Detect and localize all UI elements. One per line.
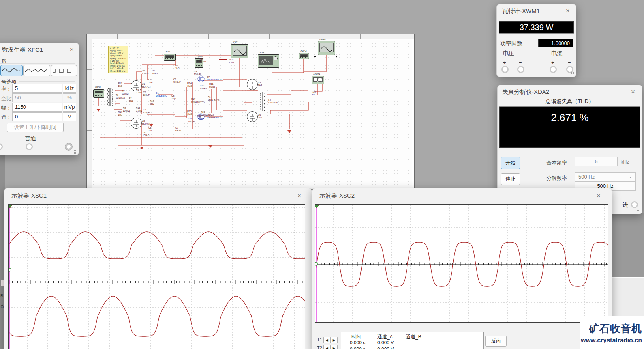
part-label-r1: R1 36kΩ: [152, 69, 158, 75]
t1-arrow-right-icon[interactable]: ▶: [330, 337, 338, 343]
watermark-box: 矿石收音机 www.crystalradio.cn: [580, 316, 644, 349]
stop-button[interactable]: 停止: [501, 173, 520, 185]
input-terminal-label: 进: [622, 201, 628, 209]
instrument-icon-xsa1[interactable]: [258, 54, 279, 68]
trace-start-marker: [9, 268, 11, 271]
close-icon[interactable]: ×: [563, 7, 572, 15]
transformer-symbol-t1[interactable]: [105, 86, 115, 108]
selection-rectangle[interactable]: [315, 39, 337, 57]
xwm1-titlebar[interactable]: 瓦特计-XWM1 ×: [497, 4, 576, 17]
cursor-t2-row: T2 ◀▶: [317, 345, 338, 349]
sheet-ruler-left: [87, 39, 92, 189]
current-minus-label: −: [568, 60, 571, 65]
close-icon[interactable]: ×: [295, 192, 304, 200]
wattmeter-window: 瓦特计-XWM1 × 37.339 W 功率因数： 1.00000 电压 电流 …: [496, 4, 576, 77]
instrument-icon-xda2[interactable]: [299, 53, 309, 59]
part-label-c2: C2 220µF: [143, 91, 150, 97]
plus-terminal[interactable]: [0, 143, 3, 150]
frequency-unit[interactable]: kHz: [63, 84, 76, 93]
close-icon[interactable]: ×: [629, 88, 637, 96]
part-label-r19: R19 100kΩ: [199, 58, 206, 63]
xsc2-screen: [315, 204, 608, 323]
triangle-wave-button[interactable]: [23, 65, 50, 76]
tube-symbol-u3[interactable]: [247, 79, 258, 90]
part-label-c10: C10 100µF: [188, 118, 195, 123]
instrument-icon-xda1[interactable]: [164, 54, 176, 61]
tube-symbol-u2[interactable]: [131, 118, 142, 129]
schematic-canvas[interactable]: V: 36.1 V V(p-p): 966 V V(rms): 332 V V(…: [92, 39, 412, 187]
part-label-r12: R12 1kΩ: [118, 82, 122, 88]
chevron-down-icon[interactable]: ⌄: [629, 174, 632, 179]
component-label-u2: U2 6SJ7GT: [142, 120, 150, 125]
t1-cha-value: 0.000 V: [377, 340, 394, 345]
amplitude-input[interactable]: 1150: [12, 103, 62, 112]
offset-unit[interactable]: V: [63, 112, 76, 121]
part-label-d1: D1 1N5383HG: [156, 92, 167, 97]
amplitude-unit[interactable]: mVp: [63, 103, 76, 112]
part-label-r23: R23 50kΩ: [209, 114, 215, 119]
resolution-freq-dropdown[interactable]: 500 Hz ⌄: [575, 172, 636, 182]
part-label-c9: C9 100µF: [194, 70, 201, 76]
part-label-r22: R22 8Ω: [312, 91, 316, 96]
vcc-symbol[interactable]: [219, 59, 227, 63]
resize-grip[interactable]: [73, 150, 77, 154]
part-label-r5: R5 150kΩ: [142, 69, 149, 75]
t2-arrow-right-icon[interactable]: ▶: [330, 345, 338, 349]
voltage-plus-terminal[interactable]: [501, 66, 509, 73]
minus-terminal[interactable]: [65, 143, 72, 150]
close-icon[interactable]: ×: [594, 192, 603, 200]
component-label-vcc: VCC 350V: [229, 58, 234, 64]
fundamental-freq-field[interactable]: 5: [575, 157, 618, 166]
transformer-symbol-t2[interactable]: [258, 91, 267, 113]
instrument-label-xda1: XDA1: [165, 50, 172, 53]
offset-input[interactable]: 0: [12, 112, 62, 121]
component-label-t2: T2 1190:118: [268, 99, 278, 104]
resize-grip[interactable]: [636, 208, 640, 212]
voltage-minus-terminal[interactable]: [517, 66, 524, 73]
instrument-label-xwm1: XWM1: [313, 73, 320, 75]
part-label-r14: R14 1MΩ: [187, 82, 192, 88]
t1-time-value: 0.000 s: [350, 340, 365, 345]
function-generator-window: 数发生器-XFG1 × 形 号选项 率： 5 kHz 空比: 50 % 幅： 1…: [0, 43, 79, 155]
t2-arrow-left-icon[interactable]: ◀: [323, 345, 330, 349]
close-icon[interactable]: ×: [68, 45, 76, 54]
instrument-label-xda2: XDA2: [300, 50, 307, 52]
part-label-c6: C6 9.66µF: [173, 78, 181, 84]
current-plus-terminal[interactable]: [550, 66, 557, 73]
power-factor-value: 1.00000: [538, 39, 573, 47]
part-label-r2: R2 36Ω: [129, 97, 133, 103]
xsc2-titlebar[interactable]: 示波器-XSC2 ×: [312, 188, 612, 202]
square-wave-icon: [51, 65, 77, 76]
xfg1-titlebar[interactable]: 数发生器-XFG1 ×: [0, 43, 79, 56]
xda2-title: 失真分析仪-XDA2: [502, 88, 549, 96]
rise-fall-time-button[interactable]: 设置上升/下降时间: [7, 123, 64, 132]
instrument-icon-xsc1[interactable]: [231, 44, 248, 58]
tube-symbol-u5[interactable]: [247, 111, 258, 122]
oscilloscope2-window: 示波器-XSC2 × T1 ◀▶ T2 ◀▶ 时间 通道_A 通道_B 0.00…: [312, 188, 612, 349]
xsc1-titlebar[interactable]: 示波器-XSC1 ×: [4, 188, 312, 202]
common-terminal[interactable]: [26, 143, 33, 150]
instrument-icon-xwm1[interactable]: [312, 76, 324, 84]
common-terminal-label: 普通: [25, 135, 36, 142]
frequency-input[interactable]: 5: [12, 84, 62, 93]
xwm1-title: 瓦特计-XWM1: [502, 7, 540, 15]
start-button[interactable]: 开始: [501, 157, 520, 169]
input-terminal[interactable]: [631, 201, 638, 208]
sine-wave-button[interactable]: [0, 65, 23, 76]
t1-arrow-left-icon[interactable]: ◀: [323, 337, 330, 343]
waveform-section-label: 形: [1, 58, 6, 65]
square-wave-button[interactable]: [51, 65, 77, 76]
reverse-button[interactable]: 反向: [485, 336, 507, 347]
xda2-titlebar[interactable]: 失真分析仪-XDA2 ×: [498, 85, 642, 98]
part-label-r13: R13 100kΩ: [200, 84, 207, 90]
cursor-t2-label: T2: [317, 345, 322, 349]
mosfet-symbol-q7[interactable]: [197, 75, 205, 83]
selection-handle[interactable]: [314, 56, 316, 57]
instrument-icon-xfg1[interactable]: [93, 89, 104, 98]
resize-grip[interactable]: [571, 71, 575, 75]
component-label-q7: Q7 NDD01N60-1G: [207, 76, 223, 81]
amplitude-label: 幅：: [1, 105, 11, 112]
watermark-url: www.crystalradio.cn: [581, 337, 642, 344]
selection-handle[interactable]: [336, 56, 337, 57]
watermark-logo-text: 矿石收音机: [589, 322, 642, 336]
